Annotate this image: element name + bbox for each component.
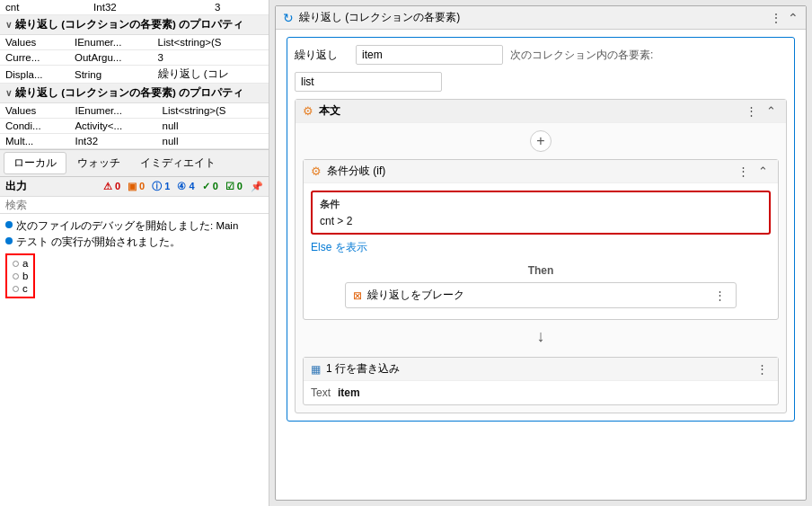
text-label: Text	[311, 386, 331, 399]
tab-watch[interactable]: ウォッチ	[68, 153, 129, 173]
more-icon[interactable]: ⋮	[770, 11, 782, 25]
var-value: 3	[153, 50, 269, 66]
add-activity-button[interactable]: +	[530, 130, 552, 152]
foreach-header-row: 繰り返し 次のコレクション内の各要素:	[295, 45, 787, 92]
next-collection-label: 次のコレクション内の各要素:	[510, 48, 653, 63]
section-header-2: ∨ 繰り返し (コレクションの各要素) のプロパティ	[0, 84, 269, 103]
body-icon: ⚙	[303, 104, 313, 118]
workflow-title: 繰り返し (コレクションの各要素)	[299, 10, 460, 25]
writeline-body: Text item	[304, 381, 778, 404]
table-row: cnt Int32 3	[0, 0, 269, 15]
info-badge: ⓘ 1	[149, 179, 172, 194]
var-value: null	[157, 134, 269, 149]
error-badge: ⚠ 0	[101, 180, 123, 193]
expand-icon[interactable]: ⌃	[788, 11, 799, 25]
pin-icon: 📌	[251, 181, 263, 192]
tab-immediate[interactable]: イミディエイト	[131, 153, 225, 173]
workflow-window: ↻ 繰り返し (コレクションの各要素) ⋮ ⌃ 繰り返し 次のコレクション内の各…	[275, 5, 807, 501]
log-dot	[5, 237, 13, 244]
condition-value: cnt > 2	[320, 215, 762, 227]
search-bar	[0, 197, 269, 214]
var-value: List<string>(S	[153, 35, 269, 50]
list-input[interactable]	[295, 72, 442, 92]
var-type: Int32	[88, 0, 209, 15]
item-value: item	[338, 386, 360, 399]
item-circle	[13, 261, 19, 267]
if-header-actions: ⋮ ⌃	[735, 164, 771, 179]
output-panel: 出力 ⚠ 0 ▣ 0 ⓘ 1 ④ 4 ✓ 0 ☑ 0 📌 次のファイルのデバッグ…	[0, 177, 269, 506]
if-collapse-btn[interactable]: ⌃	[755, 164, 771, 179]
item-circle	[13, 286, 19, 292]
var-value: 3	[209, 0, 269, 15]
var-type: IEnumer...	[69, 103, 156, 119]
chevron-icon: ∨	[5, 20, 12, 30]
body-content: + ⚙ 条件分岐 (if) ⋮ ⌃	[296, 123, 786, 413]
if-header: ⚙ 条件分岐 (if) ⋮ ⌃	[304, 160, 778, 183]
log-item-b: b	[13, 270, 28, 282]
log-text-2: テスト の実行が開始されました。	[16, 235, 181, 249]
if-icon: ⚙	[311, 164, 322, 178]
titlebar-left: ↻ 繰り返し (コレクションの各要素)	[283, 10, 460, 25]
writeline-container: ▦ 1 行を書き込み ⋮ Text item	[303, 357, 779, 405]
search-input[interactable]	[5, 200, 263, 210]
output-label: 出力	[5, 179, 27, 194]
log-text-1: 次のファイルのデバッグを開始しました: Main	[16, 218, 238, 233]
item-circle	[13, 273, 19, 280]
left-panel: cnt Int32 3 ∨ 繰り返し (コレクションの各要素) のプロパティ V…	[0, 0, 269, 506]
break-container: ⊠ 繰り返しをブレーク ⋮	[345, 282, 736, 308]
workflow-body: 繰り返し 次のコレクション内の各要素: ⚙ 本文 ⋮ ⌃	[276, 30, 806, 500]
check-badge: ☑ 0	[223, 180, 245, 193]
then-label: Then	[528, 264, 554, 277]
var-name: cnt	[0, 0, 88, 15]
foreach-container: 繰り返し 次のコレクション内の各要素: ⚙ 本文 ⋮ ⌃	[287, 37, 795, 422]
body-collapse-btn[interactable]: ⌃	[763, 103, 779, 119]
body-section-header: ⚙ 本文 ⋮ ⌃	[296, 100, 786, 123]
success-badge: ✓ 0	[199, 180, 221, 193]
writeline-icon: ▦	[311, 363, 321, 376]
var-type: Activity<...	[69, 119, 156, 134]
var-name: Displa...	[0, 66, 69, 84]
table-row: Condi... Activity<... null	[0, 119, 269, 134]
writeline-more-btn[interactable]: ⋮	[754, 361, 771, 377]
condition-section: 条件 cnt > 2	[311, 191, 771, 235]
chevron-icon: ∨	[5, 88, 12, 98]
log-line-2: テスト の実行が開始されました。	[5, 234, 263, 250]
debug-badge: ④ 4	[174, 180, 197, 193]
foreach-icon: ↻	[283, 11, 294, 25]
table-row: Displa... String 繰り返し (コレ	[0, 66, 269, 84]
writeline-left: ▦ 1 行を書き込み	[311, 361, 400, 377]
var-name: Condi...	[0, 119, 69, 134]
then-section: Then ⊠ 繰り返しをブレーク ⋮	[311, 261, 771, 312]
if-title: 条件分岐 (if)	[327, 164, 385, 179]
break-icon: ⊠	[353, 289, 362, 302]
tab-local[interactable]: ローカル	[4, 152, 66, 174]
var-value: null	[157, 119, 269, 134]
break-left: ⊠ 繰り返しをブレーク	[353, 288, 464, 303]
var-type: Int32	[69, 134, 156, 149]
var-name: Mult...	[0, 134, 69, 149]
break-more-btn[interactable]: ⋮	[711, 288, 728, 303]
var-name: Curre...	[0, 50, 69, 66]
output-header: 出力 ⚠ 0 ▣ 0 ⓘ 1 ④ 4 ✓ 0 ☑ 0 📌	[0, 177, 269, 197]
body-header-actions: ⋮ ⌃	[743, 103, 779, 119]
var-value: List<string>(S	[157, 103, 269, 119]
break-label: 繰り返しをブレーク	[367, 288, 464, 303]
workflow-titlebar: ↻ 繰り返し (コレクションの各要素) ⋮ ⌃	[276, 6, 806, 30]
item-c-label: c	[22, 283, 28, 294]
items-box: a b c	[5, 253, 35, 298]
section-title-2: 繰り返し (コレクションの各要素) のプロパティ	[15, 86, 243, 100]
body-section: ⚙ 本文 ⋮ ⌃ +	[295, 99, 787, 413]
item-input[interactable]	[356, 45, 503, 65]
body-more-btn[interactable]: ⋮	[743, 103, 760, 119]
item-b-label: b	[22, 271, 28, 281]
if-more-btn[interactable]: ⋮	[735, 164, 752, 179]
condition-label: 条件	[320, 198, 762, 211]
body-header-left: ⚙ 本文	[303, 103, 340, 119]
right-panel: ↻ 繰り返し (コレクションの各要素) ⋮ ⌃ 繰り返し 次のコレクション内の各…	[269, 0, 812, 506]
writeline-title: 1 行を書き込み	[326, 361, 400, 377]
var-name: Values	[0, 103, 69, 119]
log-dot	[5, 221, 13, 228]
else-link[interactable]: Else を表示	[311, 240, 771, 255]
table-row: Curre... OutArgu... 3	[0, 50, 269, 66]
section-title-1: 繰り返し (コレクションの各要素) のプロパティ	[15, 18, 243, 31]
